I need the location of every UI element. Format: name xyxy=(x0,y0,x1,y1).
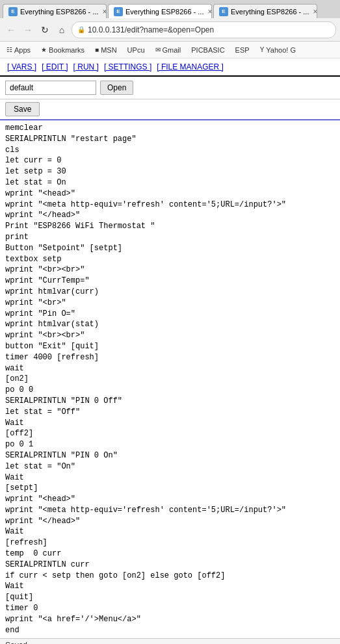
save-button[interactable]: Save xyxy=(5,102,40,116)
bookmark-esp-label: ESP xyxy=(235,46,250,54)
tab-favicon-3: E xyxy=(219,7,228,16)
browser-toolbar: ← → ↻ ⌂ 🔒 10.0.0.131/edit?name=&open=Ope… xyxy=(0,18,340,42)
tab-favicon-1: E xyxy=(8,7,18,16)
tab-2[interactable]: E Everything ESP8266 - ... × xyxy=(108,4,212,18)
bookmark-picbasic-label: PICBASIC xyxy=(191,46,224,54)
nav-settings[interactable]: [ SETTINGS ] xyxy=(102,61,153,73)
nav-file-manager[interactable]: [ FILE MANAGER ] xyxy=(155,61,226,73)
bookmark-msn[interactable]: ■ MSN xyxy=(92,45,120,55)
code-editor[interactable]: memclear SERIALPRINTLN "restart page" cl… xyxy=(0,120,340,638)
bookmark-yahoo-label: Yahoo! G xyxy=(266,46,296,54)
tab-1[interactable]: E Everything ESP8266 - ... × xyxy=(3,4,107,18)
address-text: 10.0.0.131/edit?name=&open=Open xyxy=(88,25,214,34)
bookmark-bookmarks[interactable]: ★ Bookmarks xyxy=(38,45,87,55)
bookmark-picbasic[interactable]: PICBASIC xyxy=(189,45,227,55)
home-button[interactable]: ⌂ xyxy=(55,23,69,37)
tab-close-2[interactable]: × xyxy=(203,7,212,16)
tab-label-2: Everything ESP8266 - ... xyxy=(125,8,203,16)
bookmark-bookmarks-label: Bookmarks xyxy=(49,46,85,54)
bookmark-apps-label: Apps xyxy=(14,46,31,54)
gmail-icon: ✉ xyxy=(155,46,161,53)
yahoo-icon: Y xyxy=(260,46,265,53)
nav-bar: [ VARS ] [ EDIT ] [ RUN ] [ SETTINGS ] [… xyxy=(0,58,340,77)
bookmark-apps[interactable]: ☷ Apps xyxy=(4,45,33,55)
bookmark-yahoo[interactable]: Y Yahoo! G xyxy=(257,45,298,55)
reload-button[interactable]: ↻ xyxy=(38,23,52,37)
tab-close-3[interactable]: × xyxy=(309,7,317,16)
tab-close-1[interactable]: × xyxy=(98,7,107,16)
lock-icon: 🔒 xyxy=(77,26,85,33)
bookmark-esp[interactable]: ESP xyxy=(233,45,252,55)
tab-label-1: Everything ESP8266 - ... xyxy=(20,8,98,16)
bookmark-gmail-label: Gmail xyxy=(163,46,181,54)
file-area: Open xyxy=(0,77,340,99)
status-text: Saved xyxy=(5,641,27,644)
bookmark-gmail[interactable]: ✉ Gmail xyxy=(153,45,184,55)
save-area: Save xyxy=(0,99,340,120)
browser-tabs: E Everything ESP8266 - ... × E Everythin… xyxy=(0,0,340,18)
apps-icon: ☷ xyxy=(7,46,12,53)
page-content: [ VARS ] [ EDIT ] [ RUN ] [ SETTINGS ] [… xyxy=(0,58,340,644)
msn-icon: ■ xyxy=(95,46,99,53)
bookmarks-bar: ☷ Apps ★ Bookmarks ■ MSN UPcu ✉ Gmail PI… xyxy=(0,42,340,58)
address-bar[interactable]: 🔒 10.0.0.131/edit?name=&open=Open xyxy=(72,21,336,38)
status-bar: Saved xyxy=(0,638,340,644)
forward-button[interactable]: → xyxy=(21,23,35,37)
open-button[interactable]: Open xyxy=(100,81,133,95)
nav-run[interactable]: [ RUN ] xyxy=(72,61,101,73)
file-input[interactable] xyxy=(5,81,96,95)
bookmark-upcu[interactable]: UPcu xyxy=(125,45,148,55)
bookmark-upcu-label: UPcu xyxy=(127,46,145,54)
tab-favicon-2: E xyxy=(114,7,123,16)
nav-vars[interactable]: [ VARS ] xyxy=(5,61,38,73)
bookmark-msn-label: MSN xyxy=(101,46,116,54)
tab-3[interactable]: E Everything ESP8266 - ... × xyxy=(213,4,317,18)
back-button[interactable]: ← xyxy=(4,23,18,37)
bookmarks-icon: ★ xyxy=(41,46,47,53)
tab-label-3: Everything ESP8266 - ... xyxy=(231,8,309,16)
nav-edit[interactable]: [ EDIT ] xyxy=(40,61,70,73)
